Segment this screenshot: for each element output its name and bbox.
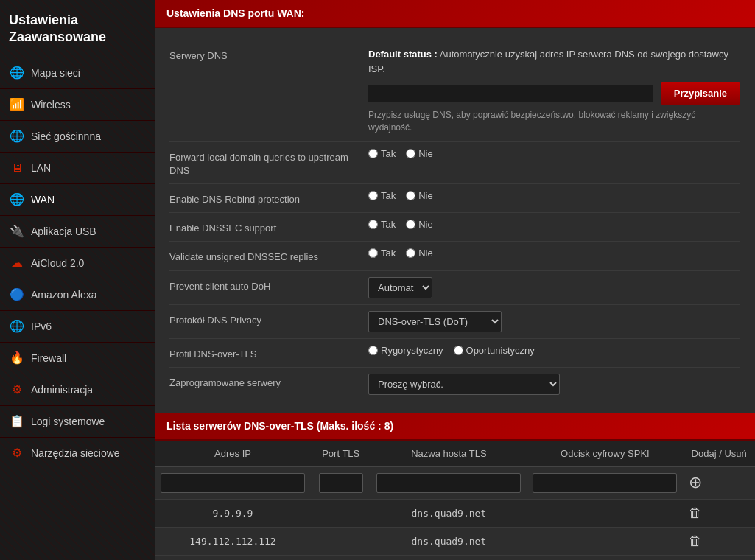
new-ip-input[interactable]: [161, 473, 305, 493]
forward-local-no-radio[interactable]: [406, 149, 415, 158]
dns-rebind-row: Enable DNS Rebind protection Tak Nie: [169, 184, 740, 213]
sidebar-item-aicloud[interactable]: ☁ AiCloud 2.0: [0, 248, 155, 279]
sidebar-label-logi: Logi systemowe: [31, 416, 105, 427]
sidebar-label-narzedzia: Narzędzia sieciowe: [31, 447, 120, 459]
sidebar-label-wan: WAN: [31, 194, 55, 206]
sidebar-item-lan[interactable]: 🖥 LAN: [0, 153, 155, 184]
wireless-icon: 📶: [9, 97, 25, 113]
sidebar-label-lan: LAN: [31, 162, 51, 174]
sidebar-item-wan[interactable]: 🌐 WAN: [0, 184, 155, 216]
dot-profile-radio-group: Rygorystyczny Oportunistyczny: [368, 345, 535, 356]
dnssec-yes-label[interactable]: Tak: [368, 219, 396, 230]
dns-rebind-yes-label[interactable]: Tak: [368, 190, 396, 201]
wan-dns-section-header: Ustawienia DNS portu WAN:: [155, 0, 755, 28]
dns-servers-label: Serwery DNS: [169, 47, 368, 61]
delete-row1-button[interactable]: 🗑: [689, 505, 702, 521]
sidebar-item-wireless[interactable]: 📶 Wireless: [0, 89, 155, 121]
sidebar-item-aplikacja-usb[interactable]: 🔌 Aplikacja USB: [0, 216, 155, 248]
validate-dnssec-row: Validate unsigned DNSSEC replies Tak Nie: [169, 242, 740, 270]
dns-status-text: Default status : Automatycznie uzyskaj a…: [368, 47, 740, 76]
dns-server-input[interactable]: [368, 85, 653, 102]
ipv6-icon: 🌐: [9, 318, 25, 335]
forward-local-no-label[interactable]: Nie: [406, 148, 433, 159]
row1-action: 🗑: [683, 499, 755, 527]
delete-row2-button[interactable]: 🗑: [689, 533, 702, 549]
sidebar-item-logi[interactable]: 📋 Logi systemowe: [0, 406, 155, 438]
dot-strict-radio[interactable]: [368, 346, 378, 355]
row1-port: [311, 499, 371, 527]
dnssec-row: Enable DNSSEC support Tak Nie: [169, 213, 740, 242]
validate-dnssec-yes-label[interactable]: Tak: [368, 248, 396, 259]
dnssec-no-radio[interactable]: [406, 220, 415, 229]
dot-section-title: Lista serwerów DNS-over-TLS (Maks. ilość…: [166, 420, 393, 432]
forward-local-yes-label[interactable]: Tak: [368, 148, 396, 159]
default-status-label: Default status :: [368, 49, 438, 60]
trash-icon: 🗑: [689, 505, 702, 521]
lan-icon: 🖥: [9, 160, 25, 176]
sidebar-item-siec-goscinalna[interactable]: 🌐 Sieć gościnnna: [0, 121, 155, 153]
dns-rebind-yes-radio[interactable]: [368, 191, 378, 200]
validate-dnssec-no-radio[interactable]: [406, 248, 415, 258]
prevent-doh-select[interactable]: Automat Wyłącz Włącz: [368, 277, 432, 298]
dot-input-row: ⊕: [155, 466, 755, 499]
dot-opportunistic-radio[interactable]: [454, 346, 463, 355]
dns-servers-row: Serwery DNS Default status : Automatyczn…: [169, 40, 740, 142]
dns-rebind-no-label[interactable]: Nie: [406, 190, 433, 201]
row2-action: 🗑: [683, 527, 755, 555]
sidebar-item-firewall[interactable]: 🔥 Firewall: [0, 343, 155, 374]
forward-local-radio-group: Tak Nie: [368, 148, 433, 159]
dot-opportunistic-label[interactable]: Oportunistyczny: [454, 345, 535, 356]
sidebar-item-mapa-sieci[interactable]: 🌐 Mapa sieci: [0, 57, 155, 89]
sidebar-label-mapa-sieci: Mapa sieci: [31, 67, 80, 79]
forward-local-label: Forward local domain queries to upstream…: [169, 148, 368, 178]
new-hostname-cell: [371, 466, 527, 499]
dot-section-header: Lista serwerów DNS-over-TLS (Maks. ilość…: [155, 413, 755, 441]
validate-dnssec-yes-radio[interactable]: [368, 248, 378, 258]
col-spki: Odcisk cyfrowy SPKI: [527, 441, 683, 467]
dot-servers-section: Lista serwerów DNS-over-TLS (Maks. ilość…: [155, 413, 755, 560]
sidebar-label-usb: Aplikacja USB: [31, 225, 96, 237]
add-server-button[interactable]: ⊕: [689, 473, 702, 492]
admin-icon: ⚙: [9, 382, 25, 398]
col-ip: Adres IP: [155, 441, 311, 467]
sidebar-label-wireless: Wireless: [31, 99, 71, 111]
sidebar-label-aicloud: AiCloud 2.0: [31, 257, 84, 269]
network-map-icon: 🌐: [9, 65, 25, 81]
dns-rebind-no-radio[interactable]: [406, 191, 415, 200]
forward-local-yes-radio[interactable]: [368, 149, 378, 158]
dns-privacy-select[interactable]: DNS-over-TLS (DoT) DNS-over-HTTPS (DoH) …: [368, 311, 502, 332]
new-port-input[interactable]: [319, 473, 363, 493]
validate-dnssec-no-label[interactable]: Nie: [406, 248, 433, 259]
new-spki-cell: [527, 466, 683, 499]
sidebar-item-amazon-alexa[interactable]: 🔵 Amazon Alexa: [0, 279, 155, 311]
col-port: Port TLS: [311, 441, 371, 467]
dot-table-header: Adres IP Port TLS Nazwa hosta TLS Odcisk…: [155, 441, 755, 467]
row2-port: [311, 527, 371, 555]
validate-dnssec-value: Tak Nie: [368, 248, 740, 259]
row2-ip: 149.112.112.112: [155, 527, 311, 555]
sidebar-title: Ustawienia Zaawansowane: [0, 0, 155, 57]
new-hostname-input[interactable]: [376, 473, 521, 493]
table-row: 149.112.112.112 dns.quad9.net 🗑: [155, 527, 755, 555]
logs-icon: 📋: [9, 413, 25, 430]
dns-rebind-value: Tak Nie: [368, 190, 740, 201]
new-spki-input[interactable]: [533, 473, 677, 493]
zaprogramowane-label: Zaprogramowane serwery: [169, 374, 368, 390]
dnssec-no-label[interactable]: Nie: [406, 219, 433, 230]
usb-icon: 🔌: [9, 223, 25, 239]
zaprogramowane-select[interactable]: Proszę wybrać. Cloudflare Google Quad9: [368, 374, 560, 395]
sidebar-label-firewall: Firewall: [31, 352, 66, 364]
firewall-icon: 🔥: [9, 350, 25, 366]
dot-strict-label[interactable]: Rygorystyczny: [368, 345, 443, 356]
dns-input-row: Przypisanie: [368, 82, 740, 105]
dnssec-yes-radio[interactable]: [368, 220, 378, 229]
sidebar-item-administracja[interactable]: ⚙ Administracja: [0, 374, 155, 406]
dns-desc: Przypisz usługę DNS, aby poprawić bezpie…: [368, 109, 740, 134]
row2-hostname: dns.quad9.net: [371, 527, 527, 555]
assign-button[interactable]: Przypisanie: [661, 82, 740, 105]
col-action: Dodaj / Usuń: [683, 441, 755, 467]
sidebar-item-ipv6[interactable]: 🌐 IPv6: [0, 311, 155, 343]
sidebar-label-siec-goscinalna: Sieć gościnnna: [31, 130, 101, 142]
dns-privacy-row: Protokół DNS Privacy DNS-over-TLS (DoT) …: [169, 305, 740, 339]
sidebar-item-narzedzia[interactable]: ⚙ Narzędzia sieciowe: [0, 438, 155, 469]
